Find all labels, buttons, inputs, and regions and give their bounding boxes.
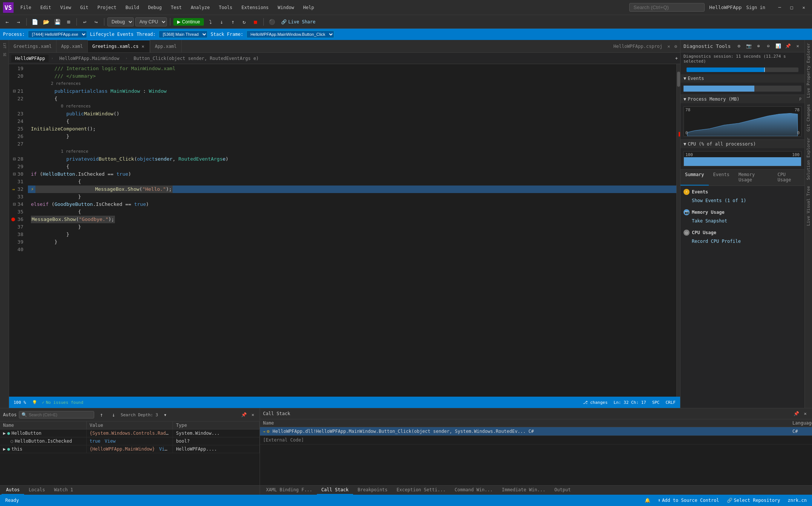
autos-up-button[interactable]: ↑ bbox=[96, 410, 106, 420]
notification-icon[interactable]: 🔔 bbox=[642, 498, 653, 503]
stack-frame-dropdown[interactable]: HelloWPFApp.MainWindow.Button_Click bbox=[246, 31, 334, 38]
live-property-explorer-label[interactable]: Live Property Explorer bbox=[805, 40, 812, 101]
open-button[interactable]: 📂 bbox=[41, 17, 51, 27]
save-button[interactable]: 💾 bbox=[52, 17, 62, 27]
live-visual-tree-icon[interactable]: LVT bbox=[0, 41, 9, 50]
solution-explorer-icon[interactable]: SE bbox=[0, 51, 9, 59]
menu-extensions[interactable]: Extensions bbox=[238, 3, 272, 12]
tab-immediate-window[interactable]: Immediate Win... bbox=[497, 486, 550, 495]
continue-button[interactable]: ▶ Continue bbox=[173, 18, 204, 26]
git-changes[interactable]: ⎇ changes bbox=[581, 400, 609, 405]
expand-icon[interactable]: ▶ bbox=[3, 431, 6, 436]
diagnostic-chart-icon[interactable]: 📊 bbox=[774, 42, 782, 50]
menu-analyze[interactable]: Analyze bbox=[187, 3, 214, 12]
step-over-button[interactable]: ⤵ bbox=[205, 17, 215, 27]
diag-tab-events[interactable]: Events bbox=[709, 170, 734, 186]
autos-row-is-checked[interactable]: ○ HelloButton.IsChecked true View bool? bbox=[0, 437, 260, 445]
close-button[interactable]: ✕ bbox=[798, 3, 809, 12]
autos-row-hello-button[interactable]: ▶ ● HelloButton {System.Windows.Controls… bbox=[0, 429, 260, 437]
step-out-button[interactable]: ↑ bbox=[228, 17, 238, 27]
tab-command-window[interactable]: Command Win... bbox=[450, 486, 497, 495]
toggle-breakpoint-button[interactable]: ⚫ bbox=[267, 17, 277, 27]
tab-breakpoints[interactable]: Breakpoints bbox=[353, 486, 392, 495]
show-events-label[interactable]: Show Events (1 of 1) bbox=[692, 198, 746, 203]
minimize-button[interactable]: ─ bbox=[774, 3, 785, 12]
timeline-bar[interactable] bbox=[687, 67, 798, 72]
settings-icon[interactable]: ⚙ bbox=[674, 44, 677, 49]
autos-row-this[interactable]: ▶ ● this {HelloWPFApp.MainWindow} View H… bbox=[0, 445, 260, 453]
cs-row-1[interactable]: ⇒ ⚙ HelloWPFApp.dll!HelloWPFApp.MainWind… bbox=[260, 427, 812, 436]
diag-tab-cpu[interactable]: CPU Usage bbox=[773, 170, 804, 186]
restart-button[interactable]: ↻ bbox=[239, 17, 249, 27]
tab-call-stack[interactable]: Call Stack bbox=[317, 486, 353, 495]
step-into-button[interactable]: ↓ bbox=[217, 17, 226, 27]
breadcrumb-project[interactable]: HelloWPFApp bbox=[11, 55, 49, 62]
menu-test[interactable]: Test bbox=[167, 3, 185, 12]
events-section-header[interactable]: ▼ Events bbox=[680, 74, 804, 83]
tab-greetings-xaml-cs[interactable]: Greetings.xaml.cs ✕ bbox=[88, 40, 150, 53]
search-depth-dropdown[interactable]: ▾ bbox=[160, 410, 170, 420]
breadcrumb-method[interactable]: Button_Click(object sender, RoutedEventA… bbox=[130, 55, 263, 62]
lightbulb-icon[interactable]: 💡 bbox=[31, 400, 39, 405]
scrollbar-thumb[interactable] bbox=[677, 72, 680, 87]
expand-icon-this[interactable]: ▶ bbox=[3, 446, 6, 452]
back-button[interactable]: ← bbox=[2, 17, 12, 27]
position-indicator[interactable]: Ln: 32 Ch: 17 bbox=[612, 400, 648, 405]
search-input[interactable] bbox=[629, 3, 705, 12]
memory-section-header[interactable]: ▼ Process Memory (MB) P bbox=[680, 95, 804, 103]
autos-close-icon[interactable]: ✕ bbox=[249, 411, 257, 419]
tab-close-icon[interactable]: ✕ bbox=[141, 43, 145, 49]
tab-app-xaml-2[interactable]: App.xaml bbox=[150, 40, 182, 53]
tab-xaml-binding[interactable]: XAML Binding F... bbox=[261, 486, 317, 495]
encoding-indicator[interactable]: SPC bbox=[651, 400, 661, 405]
diagnostic-settings-icon[interactable]: ⚙ bbox=[735, 42, 743, 50]
tab-locals[interactable]: Locals bbox=[24, 486, 49, 495]
diag-tab-memory[interactable]: Memory Usage bbox=[734, 170, 773, 186]
take-snapshot-label[interactable]: Take Snapshot bbox=[692, 218, 727, 224]
process-dropdown[interactable]: [7444] HelloWPFApp.exe bbox=[28, 31, 87, 38]
solution-explorer-label[interactable]: Solution Explorer bbox=[805, 135, 812, 183]
autos-down-button[interactable]: ↓ bbox=[109, 410, 118, 420]
new-file-button[interactable]: 📄 bbox=[30, 17, 40, 27]
take-snapshot-item[interactable]: Take Snapshot bbox=[684, 217, 801, 225]
diagnostic-camera-icon[interactable]: 📷 bbox=[745, 42, 752, 50]
stop-button[interactable]: ■ bbox=[251, 17, 260, 27]
git-changes-label[interactable]: Git Changes bbox=[805, 101, 812, 135]
record-cpu-label[interactable]: Record CPU Profile bbox=[692, 239, 741, 244]
live-share-button[interactable]: 🔗 Live Share bbox=[281, 19, 315, 25]
call-stack-close-icon[interactable]: ✕ bbox=[801, 410, 809, 417]
tab-output[interactable]: Output bbox=[550, 486, 575, 495]
cpu-dropdown[interactable]: Any CPU bbox=[135, 17, 167, 26]
call-stack-pin-icon[interactable]: 📌 bbox=[792, 410, 800, 417]
app-logo[interactable]: VS bbox=[3, 2, 14, 13]
breadcrumb-class[interactable]: HelloWPFApp.MainWindow bbox=[56, 55, 123, 62]
tab-exception-settings[interactable]: Exception Setti... bbox=[392, 486, 450, 495]
code-content[interactable]: /// Interaction logic for MainWindow.xam… bbox=[28, 64, 676, 397]
menu-project[interactable]: Project bbox=[93, 3, 120, 12]
redo-button[interactable]: ↪ bbox=[91, 17, 101, 27]
menu-build[interactable]: Build bbox=[122, 3, 143, 12]
menu-help[interactable]: Help bbox=[299, 3, 318, 12]
view-button-checked[interactable]: View bbox=[105, 439, 116, 444]
view-button-this[interactable]: View bbox=[159, 446, 170, 452]
cs-row-2[interactable]: [External Code] bbox=[260, 436, 812, 445]
zoom-control[interactable]: 100 % bbox=[12, 400, 28, 405]
menu-git[interactable]: Git bbox=[76, 3, 92, 12]
autos-pin-icon[interactable]: 📌 bbox=[240, 411, 248, 419]
record-cpu-item[interactable]: Record CPU Profile bbox=[684, 237, 801, 245]
diagnostic-zoom-in-icon[interactable]: ⊕ bbox=[755, 42, 762, 50]
autos-search-input[interactable] bbox=[29, 412, 92, 417]
diag-tab-summary[interactable]: Summary bbox=[680, 170, 709, 186]
thread-dropdown[interactable]: [5368] Main Thread bbox=[159, 31, 208, 38]
menu-file[interactable]: File bbox=[17, 3, 35, 12]
maximize-button[interactable]: □ bbox=[786, 3, 797, 12]
diagnostic-zoom-out-icon[interactable]: ⊖ bbox=[765, 42, 772, 50]
close-editor-icon[interactable]: ✕ bbox=[667, 44, 670, 49]
diagnostic-pin-icon[interactable]: 📌 bbox=[784, 42, 792, 50]
add-member-button[interactable]: + bbox=[675, 56, 678, 61]
tab-app-xaml-1[interactable]: App.xaml bbox=[57, 40, 88, 53]
sign-in-button[interactable]: Sign in bbox=[746, 5, 765, 10]
diagnostic-close-icon[interactable]: ✕ bbox=[794, 42, 801, 50]
tab-greetings-xaml[interactable]: Greetings.xaml bbox=[9, 40, 57, 53]
cpu-section-header[interactable]: ▼ CPU (% of all processors) bbox=[680, 140, 804, 148]
